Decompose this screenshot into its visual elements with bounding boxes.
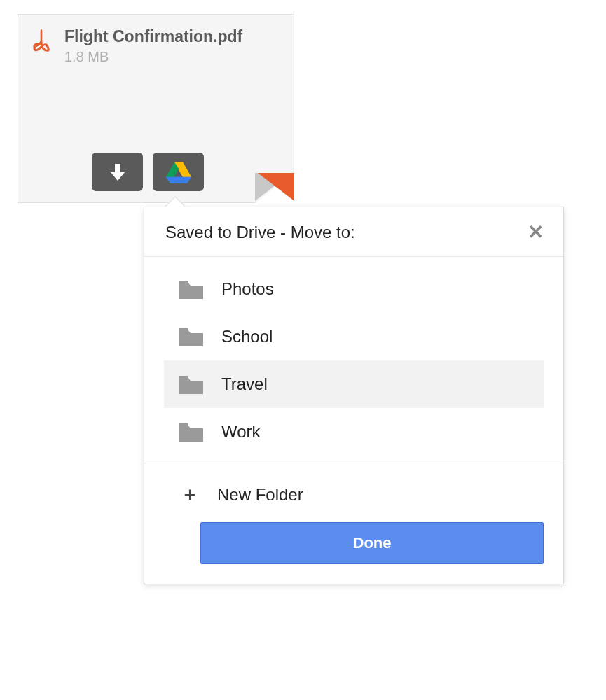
folder-icon	[178, 373, 205, 396]
folder-icon	[178, 326, 205, 348]
folder-list: Photos School Travel Work	[144, 257, 563, 463]
move-to-popover: Saved to Drive - Move to: ✕ Photos Schoo…	[144, 206, 564, 584]
popover-title: Saved to Drive - Move to:	[165, 223, 355, 242]
svg-rect-13	[179, 376, 188, 379]
popover-footer: + New Folder Done	[144, 463, 563, 584]
popover-arrow	[164, 196, 186, 207]
new-folder-button[interactable]: + New Folder	[164, 477, 544, 522]
file-name: Flight Confirmation.pdf	[64, 27, 281, 46]
plus-icon: +	[177, 484, 203, 505]
folder-icon	[178, 421, 205, 443]
save-to-drive-button[interactable]	[153, 153, 204, 191]
svg-rect-12	[179, 328, 188, 332]
close-icon: ✕	[528, 221, 544, 243]
download-button[interactable]	[92, 153, 143, 191]
svg-rect-14	[179, 424, 188, 427]
folder-item-work[interactable]: Work	[164, 408, 544, 456]
done-button[interactable]: Done	[200, 522, 544, 564]
popover-header: Saved to Drive - Move to: ✕	[144, 207, 563, 257]
attachment-header: Flight Confirmation.pdf 1.8 MB	[18, 15, 294, 65]
page-curl	[255, 173, 294, 203]
attachment-card: Flight Confirmation.pdf 1.8 MB	[18, 14, 294, 203]
svg-marker-1	[111, 172, 125, 181]
download-icon	[109, 162, 126, 182]
svg-rect-0	[115, 164, 120, 174]
attachment-actions	[92, 153, 204, 191]
folder-item-school[interactable]: School	[164, 313, 544, 360]
file-info: Flight Confirmation.pdf 1.8 MB	[64, 27, 281, 65]
folder-label: Work	[221, 422, 261, 442]
drive-icon	[166, 161, 191, 183]
folder-icon	[178, 278, 205, 300]
folder-item-photos[interactable]: Photos	[164, 265, 544, 313]
folder-item-travel[interactable]: Travel	[164, 360, 544, 408]
folder-label: Photos	[221, 279, 274, 299]
svg-marker-10	[166, 176, 191, 183]
folder-label: Travel	[221, 374, 268, 394]
new-folder-label: New Folder	[217, 485, 303, 505]
svg-rect-11	[179, 281, 188, 284]
close-button[interactable]: ✕	[525, 223, 546, 242]
pdf-icon	[31, 29, 52, 54]
file-size: 1.8 MB	[64, 49, 281, 65]
folder-label: School	[221, 327, 273, 346]
